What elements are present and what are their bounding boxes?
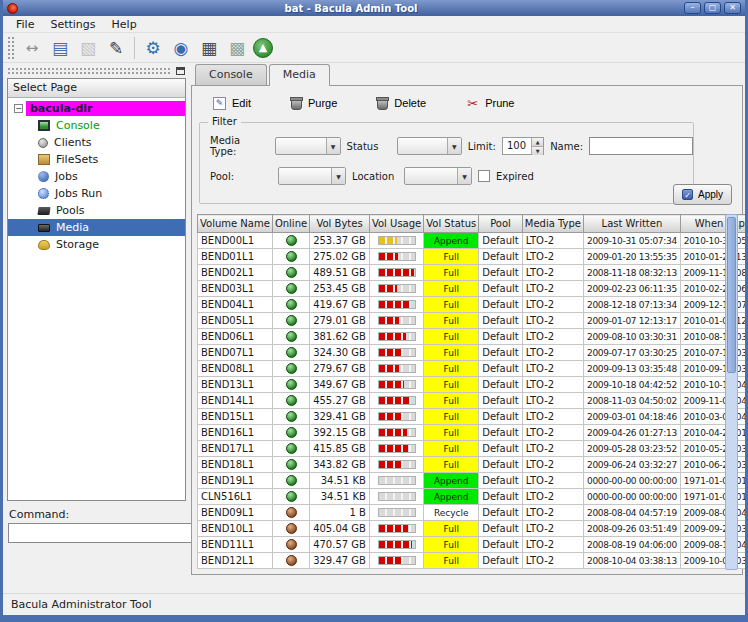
volume-name-cell[interactable]: BEND02L1 bbox=[198, 265, 273, 281]
last-written-cell[interactable]: 2008-09-26 03:51:49 bbox=[583, 521, 680, 537]
last-written-cell[interactable]: 2008-11-18 08:32:13 bbox=[583, 265, 680, 281]
media-type-cell[interactable]: LTO-2 bbox=[522, 233, 583, 249]
volume-name-cell[interactable]: BEND10L1 bbox=[198, 521, 273, 537]
last-written-cell[interactable]: 2008-12-18 07:13:34 bbox=[583, 297, 680, 313]
online-cell[interactable] bbox=[272, 377, 309, 393]
last-written-cell[interactable]: 2009-07-17 03:30:25 bbox=[583, 345, 680, 361]
online-cell[interactable] bbox=[272, 393, 309, 409]
online-cell[interactable] bbox=[272, 457, 309, 473]
vol-status-cell[interactable]: Full bbox=[424, 553, 479, 569]
pool-cell[interactable]: Default bbox=[479, 553, 523, 569]
volume-name-cell[interactable]: BEND09L1 bbox=[198, 505, 273, 521]
vol-usage-cell[interactable] bbox=[369, 425, 423, 441]
online-cell[interactable] bbox=[272, 489, 309, 505]
last-written-cell[interactable]: 2009-10-31 05:07:34 bbox=[583, 233, 680, 249]
online-cell[interactable] bbox=[272, 553, 309, 569]
last-written-cell[interactable]: 2008-11-03 04:50:02 bbox=[583, 393, 680, 409]
close-button[interactable]: ✕ bbox=[724, 2, 741, 14]
dock-float-icon[interactable] bbox=[176, 67, 185, 75]
table-row[interactable]: BEND18L1343.82 GBFullDefaultLTO-22009-06… bbox=[198, 457, 748, 473]
vol-bytes-cell[interactable]: 489.51 GB bbox=[310, 265, 370, 281]
table-row[interactable]: BEND06L1381.62 GBFullDefaultLTO-22009-08… bbox=[198, 329, 748, 345]
volume-name-cell[interactable]: BEND14L1 bbox=[198, 393, 273, 409]
vol-bytes-cell[interactable]: 455.27 GB bbox=[310, 393, 370, 409]
vol-status-cell[interactable]: Append bbox=[424, 473, 479, 489]
volume-name-cell[interactable]: BEND05L1 bbox=[198, 313, 273, 329]
vol-usage-cell[interactable] bbox=[369, 329, 423, 345]
pool-cell[interactable]: Default bbox=[479, 393, 523, 409]
table-row[interactable]: CLN516L134.51 KBAppendDefaultLTO-20000-0… bbox=[198, 489, 748, 505]
media-type-cell[interactable]: LTO-2 bbox=[522, 313, 583, 329]
expired-checkbox[interactable] bbox=[478, 170, 490, 182]
vol-status-cell[interactable]: Full bbox=[424, 441, 479, 457]
online-cell[interactable] bbox=[272, 233, 309, 249]
collapse-icon[interactable]: − bbox=[14, 104, 23, 113]
online-cell[interactable] bbox=[272, 473, 309, 489]
last-written-cell[interactable]: 2008-10-04 03:38:13 bbox=[583, 553, 680, 569]
pool-cell[interactable]: Default bbox=[479, 233, 523, 249]
tree-root-row[interactable]: − bacula-dir bbox=[8, 100, 185, 117]
table-row[interactable]: BEND10L1405.04 GBFullDefaultLTO-22008-09… bbox=[198, 521, 748, 537]
vol-usage-cell[interactable] bbox=[369, 233, 423, 249]
vol-bytes-cell[interactable]: 415.85 GB bbox=[310, 441, 370, 457]
vol-bytes-cell[interactable]: 392.15 GB bbox=[310, 425, 370, 441]
browse-icon[interactable]: ▩ bbox=[225, 36, 249, 60]
apply-button[interactable]: ✓ Apply bbox=[673, 184, 732, 205]
vol-usage-cell[interactable] bbox=[369, 249, 423, 265]
vol-status-cell[interactable]: Full bbox=[424, 425, 479, 441]
last-written-cell[interactable]: 2009-06-24 03:32:27 bbox=[583, 457, 680, 473]
media-icon[interactable]: ▦ bbox=[197, 36, 221, 60]
media-type-cell[interactable]: LTO-2 bbox=[522, 457, 583, 473]
volume-name-cell[interactable]: BEND07L1 bbox=[198, 345, 273, 361]
maximize-button[interactable]: ▢ bbox=[704, 2, 721, 14]
vol-usage-cell[interactable] bbox=[369, 553, 423, 569]
vol-usage-cell[interactable] bbox=[369, 537, 423, 553]
pool-cell[interactable]: Default bbox=[479, 425, 523, 441]
run-job-icon[interactable]: ⚙ bbox=[141, 36, 165, 60]
last-written-cell[interactable]: 2009-02-23 06:11:35 bbox=[583, 281, 680, 297]
minimize-button[interactable]: – bbox=[684, 2, 701, 14]
vol-usage-cell[interactable] bbox=[369, 265, 423, 281]
pool-cell[interactable]: Default bbox=[479, 537, 523, 553]
media-type-cell[interactable]: LTO-2 bbox=[522, 345, 583, 361]
restore-icon[interactable]: ◉ bbox=[169, 36, 193, 60]
last-written-cell[interactable]: 2009-01-20 13:55:35 bbox=[583, 249, 680, 265]
last-written-cell[interactable]: 0000-00-00 00:00:00 bbox=[583, 489, 680, 505]
media-type-cell[interactable]: LTO-2 bbox=[522, 521, 583, 537]
table-scrollbar[interactable] bbox=[725, 214, 738, 570]
media-type-cell[interactable]: LTO-2 bbox=[522, 393, 583, 409]
online-cell[interactable] bbox=[272, 249, 309, 265]
location-select[interactable]: ▼ bbox=[404, 167, 472, 185]
pool-cell[interactable]: Default bbox=[479, 441, 523, 457]
online-cell[interactable] bbox=[272, 441, 309, 457]
volume-name-cell[interactable]: BEND11L1 bbox=[198, 537, 273, 553]
vol-bytes-cell[interactable]: 279.01 GB bbox=[310, 313, 370, 329]
dock-drag-handle[interactable] bbox=[7, 67, 172, 75]
table-row[interactable]: BEND01L1275.02 GBFullDefaultLTO-22009-01… bbox=[198, 249, 748, 265]
volume-name-cell[interactable]: BEND17L1 bbox=[198, 441, 273, 457]
last-written-cell[interactable]: 2009-05-28 03:23:52 bbox=[583, 441, 680, 457]
media-type-cell[interactable]: LTO-2 bbox=[522, 537, 583, 553]
online-cell[interactable] bbox=[272, 521, 309, 537]
pool-cell[interactable]: Default bbox=[479, 505, 523, 521]
last-written-cell[interactable]: 2009-01-07 12:13:17 bbox=[583, 313, 680, 329]
column-header-vol-status[interactable]: Vol Status bbox=[424, 215, 479, 233]
vol-bytes-cell[interactable]: 329.41 GB bbox=[310, 409, 370, 425]
table-row[interactable]: BEND04L1419.67 GBFullDefaultLTO-22008-12… bbox=[198, 297, 748, 313]
pool-cell[interactable]: Default bbox=[479, 249, 523, 265]
sidebar-item-pools[interactable]: Pools bbox=[8, 202, 185, 219]
volume-name-cell[interactable]: BEND03L1 bbox=[198, 281, 273, 297]
vol-status-cell[interactable]: Full bbox=[424, 457, 479, 473]
online-cell[interactable] bbox=[272, 345, 309, 361]
vol-usage-cell[interactable] bbox=[369, 441, 423, 457]
sidebar-item-media[interactable]: Media bbox=[8, 219, 185, 236]
media-type-cell[interactable]: LTO-2 bbox=[522, 249, 583, 265]
vol-usage-cell[interactable] bbox=[369, 345, 423, 361]
dock-titlebar[interactable] bbox=[7, 65, 185, 76]
connect-icon[interactable]: ↔ bbox=[20, 36, 44, 60]
vol-status-cell[interactable]: Full bbox=[424, 361, 479, 377]
volume-name-cell[interactable]: BEND06L1 bbox=[198, 329, 273, 345]
vol-status-cell[interactable]: Full bbox=[424, 377, 479, 393]
table-row[interactable]: BEND17L1415.85 GBFullDefaultLTO-22009-05… bbox=[198, 441, 748, 457]
vol-usage-cell[interactable] bbox=[369, 521, 423, 537]
